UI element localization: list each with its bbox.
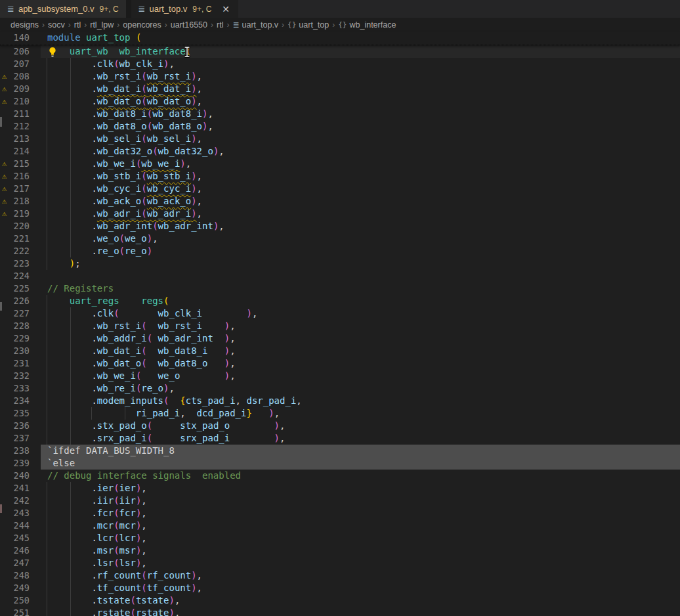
sticky-code[interactable]: module uart_top (	[41, 32, 680, 45]
code-line[interactable]: ⚠217 .wb_cyc_i(wb_cyc_i),	[0, 183, 680, 195]
code-line-text[interactable]: .wb_re_i(re_o),	[41, 382, 680, 395]
code-line[interactable]: ⚠216 .wb_stb_i(wb_stb_i),	[0, 170, 680, 183]
code-line-text[interactable]: .stx_pad_o( stx_pad_o ),	[41, 420, 680, 432]
code-line[interactable]: ⚠215 .wb_we_i(wb_we_i),	[0, 158, 680, 170]
code-line-text[interactable]: .ier(ier),	[41, 482, 680, 495]
code-line-text[interactable]: .wb_we_i( we_o ),	[41, 370, 680, 382]
code-line-text[interactable]: .re_o(re_o)	[41, 245, 680, 257]
code-line[interactable]: 244 .mcr(mcr),	[0, 519, 680, 532]
code-line[interactable]: ⚠208 .wb_rst_i(wb_rst_i),	[0, 70, 680, 83]
code-line-text[interactable]: .wb_rst_i(wb_rst_i),	[41, 70, 680, 83]
code-area[interactable]: 206 uart_wb wb_interface(207 .clk(wb_clk…	[0, 45, 680, 616]
code-line-text[interactable]: // debug interface signals enabled	[41, 470, 680, 482]
code-line-text[interactable]: .wb_dat_i( wb_dat8_i ),	[41, 345, 680, 357]
breadcrumb-item-designs[interactable]: designs	[11, 20, 39, 30]
code-line-text[interactable]: .wb_dat_o( wb_dat8_o ),	[41, 357, 680, 370]
code-line[interactable]: 222 .re_o(re_o)	[0, 245, 680, 257]
code-line[interactable]: 245 .lcr(lcr),	[0, 532, 680, 544]
code-line-text[interactable]: .lsr(lsr),	[41, 557, 680, 569]
code-line[interactable]: 207 .clk(wb_clk_i),	[0, 58, 680, 70]
code-line-text[interactable]: uart_wb wb_interface(	[41, 45, 680, 58]
code-line[interactable]: 237 .srx_pad_i( srx_pad_i ),	[0, 432, 680, 445]
code-line-text[interactable]: .clk(wb_clk_i),	[41, 58, 680, 70]
code-line[interactable]: 225// Registers	[0, 282, 680, 295]
code-line-text[interactable]: uart_regs regs(	[41, 295, 680, 307]
code-line[interactable]: 230 .wb_dat_i( wb_dat8_i ),	[0, 345, 680, 357]
code-line-text[interactable]: .wb_dat8_i(wb_dat8_i),	[41, 108, 680, 120]
code-line[interactable]: 247 .lsr(lsr),	[0, 557, 680, 569]
code-line[interactable]: 236 .stx_pad_o( stx_pad_o ),	[0, 420, 680, 432]
code-line[interactable]: 213 .wb_sel_i(wb_sel_i),	[0, 133, 680, 145]
code-line-text[interactable]: .clk( wb_clk_i ),	[41, 307, 680, 320]
breadcrumb-item-socv[interactable]: socv	[48, 20, 65, 30]
breadcrumb-item-uart_top.v[interactable]: ≣uart_top.v	[232, 20, 278, 30]
code-line-text[interactable]: `else	[41, 457, 680, 470]
code-line-text[interactable]: .iir(iir),	[41, 495, 680, 507]
code-line-text[interactable]: .lcr(lcr),	[41, 532, 680, 544]
code-line[interactable]: 238`ifdef DATA_BUS_WIDTH_8	[0, 445, 680, 457]
breadcrumb-item-rtl_lpw[interactable]: rtl_lpw	[90, 20, 114, 30]
code-line[interactable]: 232 .wb_we_i( we_o ),	[0, 370, 680, 382]
code-line-text[interactable]: .wb_dat_i(wb_dat_i),	[41, 83, 680, 95]
code-line-text[interactable]: .fcr(fcr),	[41, 507, 680, 519]
code-line-text[interactable]: .wb_ack_o(wb_ack_o),	[41, 195, 680, 208]
code-line[interactable]: 242 .iir(iir),	[0, 495, 680, 507]
code-line-text[interactable]: .wb_dat32_o(wb_dat32_o),	[41, 145, 680, 158]
code-line[interactable]: 226 uart_regs regs(	[0, 295, 680, 307]
code-line-text[interactable]: ri_pad_i, dcd_pad_i} ),	[41, 407, 680, 420]
code-line[interactable]: ⚠209 .wb_dat_i(wb_dat_i),	[0, 83, 680, 95]
code-line[interactable]: 240// debug interface signals enabled	[0, 470, 680, 482]
code-line[interactable]: 239`else	[0, 457, 680, 470]
breadcrumb-item-rtl[interactable]: rtl	[74, 20, 81, 30]
code-line-text[interactable]: .modem_inputs( {cts_pad_i, dsr_pad_i,	[41, 395, 680, 407]
close-icon[interactable]: ✕	[221, 4, 231, 14]
code-line-text[interactable]: .wb_stb_i(wb_stb_i),	[41, 170, 680, 183]
code-line-text[interactable]: .mcr(mcr),	[41, 519, 680, 532]
code-line[interactable]: 233 .wb_re_i(re_o),	[0, 382, 680, 395]
code-line-text[interactable]: .wb_addr_i( wb_adr_int ),	[41, 332, 680, 345]
code-line[interactable]: 227 .clk( wb_clk_i ),	[0, 307, 680, 320]
code-line[interactable]: 249 .tf_count(tf_count),	[0, 582, 680, 594]
code-line[interactable]: 241 .ier(ier),	[0, 482, 680, 495]
code-line[interactable]: 221 .we_o(we_o),	[0, 232, 680, 245]
code-line-text[interactable]: .tstate(tstate),	[41, 594, 680, 607]
code-line-text[interactable]	[41, 270, 680, 282]
code-line-text[interactable]: .msr(msr),	[41, 544, 680, 557]
code-line[interactable]: 220 .wb_adr_int(wb_adr_int),	[0, 220, 680, 232]
code-line[interactable]: 223 );	[0, 257, 680, 270]
code-line[interactable]: ⚠219 .wb_adr_i(wb_adr_i),	[0, 208, 680, 220]
code-line[interactable]: 243 .fcr(fcr),	[0, 507, 680, 519]
tab-uart_top.v[interactable]: ≣uart_top.v9+, C✕	[131, 0, 238, 18]
code-line[interactable]: 228 .wb_rst_i( wb_rst_i ),	[0, 320, 680, 332]
tab-apb_subsystem_0.v[interactable]: ≣apb_subsystem_0.v9+, C	[0, 0, 126, 18]
code-line[interactable]: 224	[0, 270, 680, 282]
breadcrumb-item-uart_top[interactable]: {}uart_top	[287, 20, 329, 30]
breadcrumb-item-opencores[interactable]: opencores	[123, 20, 161, 30]
breadcrumb-item-rtl[interactable]: rtl	[217, 20, 223, 30]
code-line[interactable]: 248 .rf_count(rf_count),	[0, 569, 680, 582]
breadcrumb-item-uart16550[interactable]: uart16550	[171, 20, 207, 30]
sticky-scroll-line[interactable]: 140 module uart_top (	[0, 32, 680, 45]
breadcrumb-item-wb_interface[interactable]: {}wb_interface	[338, 20, 396, 30]
code-line[interactable]: 229 .wb_addr_i( wb_adr_int ),	[0, 332, 680, 345]
code-line[interactable]: ⚠210 .wb_dat_o(wb_dat_o),	[0, 95, 680, 108]
code-line-text[interactable]: .rstate(rstate),	[41, 607, 680, 616]
code-line-text[interactable]: .wb_sel_i(wb_sel_i),	[41, 133, 680, 145]
code-line[interactable]: 212 .wb_dat8_o(wb_dat8_o),	[0, 120, 680, 133]
code-line-text[interactable]: .we_o(we_o),	[41, 232, 680, 245]
code-line[interactable]: 246 .msr(msr),	[0, 544, 680, 557]
code-line-text[interactable]: .wb_cyc_i(wb_cyc_i),	[41, 183, 680, 195]
code-line[interactable]: 206 uart_wb wb_interface(	[0, 45, 680, 58]
code-line[interactable]: 234 .modem_inputs( {cts_pad_i, dsr_pad_i…	[0, 395, 680, 407]
code-line[interactable]: 211 .wb_dat8_i(wb_dat8_i),	[0, 108, 680, 120]
code-line-text[interactable]: .srx_pad_i( srx_pad_i ),	[41, 432, 680, 445]
code-line-text[interactable]: .rf_count(rf_count),	[41, 569, 680, 582]
code-line[interactable]: 231 .wb_dat_o( wb_dat8_o ),	[0, 357, 680, 370]
code-line-text[interactable]: `ifdef DATA_BUS_WIDTH_8	[41, 445, 680, 457]
code-line-text[interactable]: .tf_count(tf_count),	[41, 582, 680, 594]
code-line[interactable]: 235 ri_pad_i, dcd_pad_i} ),	[0, 407, 680, 420]
code-line-text[interactable]: // Registers	[41, 282, 680, 295]
lightbulb-icon[interactable]	[48, 47, 57, 60]
code-line-text[interactable]: .wb_dat_o(wb_dat_o),	[41, 95, 680, 108]
code-line-text[interactable]: .wb_dat8_o(wb_dat8_o),	[41, 120, 680, 133]
